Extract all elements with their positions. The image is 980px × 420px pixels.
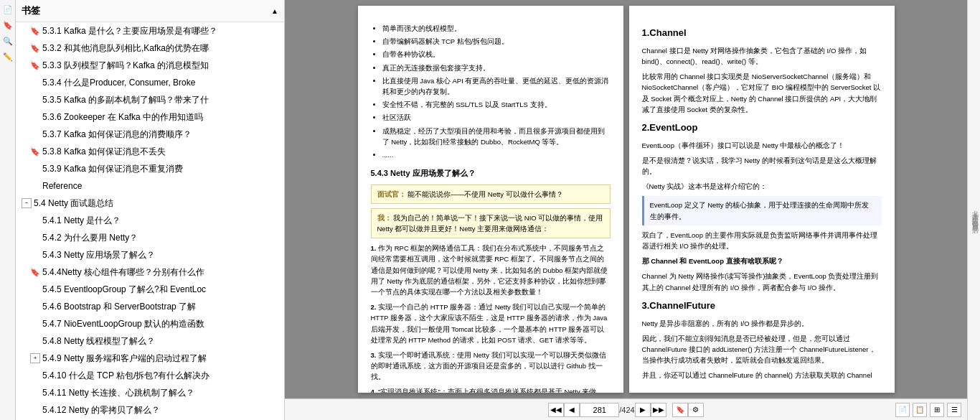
sidebar-item-s541[interactable]: 5.4.1 Netty 是什么？ xyxy=(16,212,284,229)
pages-container: 简单而强大的线程模型。自带编解码器解决 TCP 粘包/拆包问题。自带各种协议栈。… xyxy=(285,0,967,398)
list-item: 社区活跃 xyxy=(382,112,611,123)
item-text: 实现一个即时通讯系统：使用 Netty 我们可以实现一个可以聊天类似微信的即时通… xyxy=(371,351,606,381)
sidebar-item-s533[interactable]: 🔖5.3.3 队列模型了解吗？Kafka 的消息模型知 xyxy=(16,57,284,74)
sidebar-item-s548[interactable]: 5.4.8 Netty 线程模型了解么？ xyxy=(16,332,284,350)
toc-item-text: 5.4.2 为什么要用 Netty？ xyxy=(42,231,281,244)
section-heading: 5.4.3 Netty 应用场景了解么？ xyxy=(371,167,611,180)
section-body: Channel 接口是 Netty 对网络操作抽象类，它包含了基础的 I/O 操… xyxy=(642,45,882,67)
sidebar-item-ref[interactable]: Reference xyxy=(16,177,284,195)
section-answer: Channel 为 Netty 网络操作(读写等操作)抽象类，EventLoop… xyxy=(642,271,882,292)
bookmark-panel-icon[interactable]: 🔖 xyxy=(1,19,14,32)
list-item: 比直接使用 Java 核心 API 有更高的吞吐量、更低的延迟、更低的资源消耗和… xyxy=(382,75,611,97)
sidebar-item-s54[interactable]: −5.4 Netty 面试题总结 xyxy=(16,195,284,212)
toc-item-text: 5.4.10 什么是 TCP 粘包/拆包?有什么解决办 xyxy=(42,369,281,382)
item-number: 2. xyxy=(371,303,377,311)
first-page-button[interactable]: ◀◀ xyxy=(548,403,564,417)
sidebar-item-s5410[interactable]: 5.4.10 什么是 TCP 粘包/拆包?有什么解决办 xyxy=(16,367,284,384)
right-section-title: 3.ChannelFuture xyxy=(642,299,882,314)
toc-item-text: 5.4.1 Netty 是什么？ xyxy=(42,214,281,227)
section-body: Netty 是异步非阻塞的，所有的 I/O 操作都是异步的。 xyxy=(642,318,882,329)
sidebar-title: 书签 xyxy=(22,4,40,17)
bookmark-button[interactable]: 🔖 xyxy=(672,403,688,417)
single-page-view-button[interactable]: 📄 xyxy=(895,403,910,417)
toc-item-text: 5.3.2 和其他消息队列相比,Kafka的优势在哪 xyxy=(42,42,281,55)
toc-item-text: 5.4.12 Netty 的零拷贝了解么？ xyxy=(42,403,281,416)
double-page-view-button[interactable]: 📋 xyxy=(913,403,927,417)
numbered-item: 4. "实现消息推送系统"：市面上有很多消息推送系统都是基于 Netty 来做的… xyxy=(371,386,611,393)
sidebar-item-s538[interactable]: 🔖5.3.8 Kafka 如何保证消息不丢失 xyxy=(16,143,284,160)
item-text: 作为 RPC 框架的网络通信工具：我们在分布式系统中，不同服务节点之间经常需要相… xyxy=(371,244,608,296)
page-right-content: 1.ChannelChannel 接口是 Netty 对网络操作抽象类，它包含了… xyxy=(642,26,882,381)
sidebar-item-s536[interactable]: 5.3.6 Zookeeper 在 Kafka 中的作用知道吗 xyxy=(16,108,284,126)
sidebar-item-s539[interactable]: 5.3.9 Kafka 如何保证消息不重复消费 xyxy=(16,160,284,177)
page-left: 简单而强大的线程模型。自带编解码器解决 TCP 粘包/拆包问题。自带各种协议栈。… xyxy=(358,6,623,393)
bookmark-red-icon: 🔖 xyxy=(30,42,40,55)
section-body3: 双白了，EventLoop 的主要作用实际就是负责监听网络事件并调用事件处理器进… xyxy=(642,230,882,251)
list-item: 自带各种协议栈。 xyxy=(382,49,611,60)
sidebar-item-s532[interactable]: 🔖5.3.2 和其他消息队列相比,Kafka的优势在哪 xyxy=(16,39,284,57)
hint-text: 能不能说说你——不使用 Netty 可以做什么事情？ xyxy=(407,190,562,198)
sidebar-item-s537[interactable]: 5.3.7 Kafka 如何保证消息的消费顺序？ xyxy=(16,126,284,143)
toc-item-text: 5.4.9 Netty 服务端和客户端的启动过程了解 xyxy=(42,352,281,365)
list-item: 真正的无连接数据包套接字支持。 xyxy=(382,62,611,73)
list-view-button[interactable]: ☰ xyxy=(947,403,961,417)
toc-item-text: 5.4.4Netty 核心组件有哪些？分别有什么作 xyxy=(42,266,281,279)
sidebar-item-s5411[interactable]: 5.4.11 Netty 长连接、心跳机制了解么？ xyxy=(16,384,284,401)
right-section-title: 2.EventLoop xyxy=(642,121,882,136)
vertical-text-content: 北京大学出版社自营旗舰店 xyxy=(971,205,980,223)
sidebar-collapse-btn[interactable]: ▲ xyxy=(271,7,278,15)
page-right: 1.ChannelChannel 接口是 Netty 对网络操作抽象类，它包含了… xyxy=(629,6,895,393)
item-number: 4. xyxy=(371,388,377,393)
quote-box: EventLoop 定义了 Netty 的核心抽象，用于处理连接的生命周期中所发… xyxy=(642,196,882,225)
toc-item-text: 5.3.4 什么是Producer, Consumer, Broke xyxy=(42,76,281,89)
bottom-toolbar-wrapper: ◀◀ ◀ / 424 ▶ ▶▶ 🔖 ⚙ 📄 📋 ⊞ ☰ xyxy=(285,403,967,417)
settings-button[interactable]: ⚙ xyxy=(688,403,704,417)
section-body2: 是不是很清楚？说实话，我学习 Netty 的时候看到这句话是是这么大概理解的。 xyxy=(642,155,882,177)
sidebar-item-s546[interactable]: 5.4.6 Bootstrap 和 ServerBootstrap 了解 xyxy=(16,298,284,315)
sidebar-item-s531[interactable]: 🔖5.3.1 Kafka 是什么？主要应用场景是有哪些？ xyxy=(16,22,284,39)
section-body3: 并且，你还可以通过 ChannelFuture 的 channel() 方法获取… xyxy=(642,370,882,381)
total-pages: 424 xyxy=(621,406,634,414)
section-question: 那 Channel 和 EventLoop 直接有啥联系呢？ xyxy=(642,256,882,266)
sidebar-item-s547[interactable]: 5.4.7 NioEventLoopGroup 默认的构造函数 xyxy=(16,315,284,332)
sidebar-item-s543[interactable]: 5.4.3 Netty 应用场景了解么？ xyxy=(16,246,284,263)
last-page-button[interactable]: ▶▶ xyxy=(651,403,666,417)
search-panel-icon[interactable]: 🔍 xyxy=(1,34,14,47)
prev-page-button[interactable]: ◀ xyxy=(564,403,580,417)
list-item: 成熟稳定，经历了大型项目的使用和考验，而且很多开源项目都使用到了 Netty，比… xyxy=(382,126,611,147)
bullet-list: 简单而强大的线程模型。自带编解码器解决 TCP 粘包/拆包问题。自带各种协议栈。… xyxy=(382,23,611,160)
annotation-icon[interactable]: ✏️ xyxy=(1,50,14,63)
numbered-item: 2. 实现一个自己的 HTTP 服务器：通过 Netty 我们可以自己实现一个简… xyxy=(371,302,611,345)
bookmark-blue-icon: 🔖 xyxy=(30,60,40,72)
toc-item-text: 5.4.11 Netty 长连接、心跳机制了解么？ xyxy=(42,386,281,399)
toc-item-text: 5.3.5 Kafka 的多副本机制了解吗？带来了什 xyxy=(42,93,281,106)
hint-label: 面试官： xyxy=(377,190,406,198)
toc-item-text: 5.3.9 Kafka 如何保证消息不重复消费 xyxy=(42,162,281,175)
view-controls: 📄 📋 ⊞ ☰ xyxy=(895,403,961,417)
left-toolbar: 📄 🔖 🔍 ✏️ xyxy=(0,0,16,420)
hint-box: 我： 我为自己的！简单说一下！接下来说一说 NIO 可以做的事情，使用 Nett… xyxy=(371,208,611,238)
toc-item-text: 5.4.8 Netty 线程模型了解么？ xyxy=(42,335,281,347)
page-number-input[interactable] xyxy=(580,403,619,417)
next-page-button[interactable]: ▶ xyxy=(635,403,651,417)
quote-label: 《Netty 实战》这本书是这样介绍它的： xyxy=(642,181,882,192)
sidebar-item-s545[interactable]: 5.4.5 EventloopGroup 了解么?和 EventLoc xyxy=(16,281,284,298)
toc-item-text: 5.3.3 队列模型了解吗？Kafka 的消息模型知 xyxy=(42,59,281,72)
sidebar-item-s544[interactable]: 🔖5.4.4Netty 核心组件有哪些？分别有什么作 xyxy=(16,263,284,281)
list-item: 安全性不错，有完整的 SSL/TLS 以及 StartTLS 支持。 xyxy=(382,99,611,110)
sidebar-item-s534[interactable]: 5.3.4 什么是Producer, Consumer, Broke xyxy=(16,74,284,91)
file-icon[interactable]: 📄 xyxy=(1,3,14,16)
sidebar-item-s5412[interactable]: 5.4.12 Netty 的零拷贝了解么？ xyxy=(16,401,284,419)
sidebar-item-s535[interactable]: 5.3.5 Kafka 的多副本机制了解吗？带来了什 xyxy=(16,91,284,108)
sidebar-item-s542[interactable]: 5.4.2 为什么要用 Netty？ xyxy=(16,229,284,246)
main-container: 📄 🔖 🔍 ✏️ 书签 ▲ 🔖5.3.1 Kafka 是什么？主要应用场景是有哪… xyxy=(0,0,980,420)
section-body2: 因此，我们不能立刻得知消息是否已经被处理，但是，您可以通过 ChannelFut… xyxy=(642,333,882,366)
sidebar-item-s549[interactable]: +5.4.9 Netty 服务端和客户端的启动过程了解 xyxy=(16,350,284,367)
item-text: 实现一个自己的 HTTP 服务器：通过 Netty 我们可以自己实现一个简单的 … xyxy=(371,303,608,344)
grid-view-button[interactable]: ⊞ xyxy=(930,403,944,417)
section-body: EventLoop（事件循环）接口可以说是 Netty 中最核心的概念了！ xyxy=(642,140,882,151)
bookmark-red-icon: 🔖 xyxy=(30,25,40,37)
list-item: ...... xyxy=(382,149,611,160)
toc-item-text: Reference xyxy=(42,179,281,192)
item-number: 1. xyxy=(371,244,377,252)
